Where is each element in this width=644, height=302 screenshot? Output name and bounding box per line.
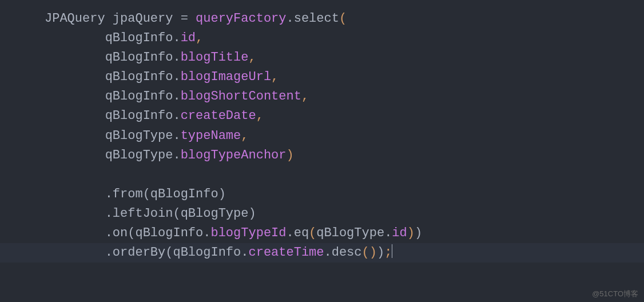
close-paren: ) (218, 187, 226, 201)
object-ref: qBlogInfo (105, 109, 173, 123)
object-ref: queryFactory (196, 11, 286, 26)
object-ref: qBlogInfo (105, 89, 173, 104)
dot: . (173, 109, 180, 123)
property: blogTitle (181, 50, 249, 65)
dot: . (203, 226, 210, 240)
open-paren: ( (339, 11, 347, 26)
property: createTime (248, 245, 324, 260)
method-call: orderBy (113, 245, 165, 260)
object-ref: qBlogType (105, 148, 173, 162)
code-line: .from(qBlogInfo) (45, 187, 226, 201)
code-line: .on(qBlogInfo.blogTypeId.eq(qBlogType.id… (45, 226, 422, 240)
code-line: .leftJoin(qBlogType) (45, 206, 256, 221)
code-editor[interactable]: JPAQuery jpaQuery = queryFactory.select(… (0, 9, 644, 263)
dot: . (384, 226, 392, 240)
comma: , (256, 109, 264, 123)
comma: , (248, 50, 256, 65)
open-paren: ( (165, 245, 173, 260)
object-ref: qBlogInfo (105, 31, 173, 45)
property: blogTypeAnchor (181, 148, 287, 162)
close-paren: ) (377, 245, 384, 260)
close-paren: ) (248, 206, 256, 221)
argument: qBlogType (181, 206, 249, 221)
code-line: qBlogType.typeName, (45, 129, 248, 143)
object-ref: qBlogInfo (135, 226, 203, 240)
argument: qBlogInfo (150, 187, 218, 201)
code-line-current: .orderBy(qBlogInfo.createTime.desc()); (0, 243, 644, 263)
watermark-text: @51CTO博客 (592, 288, 638, 300)
dot: . (287, 226, 294, 240)
text-cursor (392, 244, 392, 258)
property: blogShortContent (181, 89, 301, 104)
method-call: select (294, 11, 339, 26)
object-ref: qBlogType (105, 129, 173, 143)
comma: , (301, 89, 309, 104)
dot: . (173, 129, 180, 143)
dot: . (287, 11, 294, 26)
open-paren: ( (173, 206, 180, 221)
close-paren: ) (407, 226, 415, 240)
property: createDate (181, 109, 256, 123)
method-call: leftJoin (113, 206, 173, 221)
code-line: qBlogInfo.createDate, (45, 109, 264, 123)
property: blogImageUrl (181, 70, 271, 84)
property: id (181, 31, 196, 45)
close-paren: ) (369, 245, 377, 260)
dot: . (105, 206, 113, 221)
semicolon: ; (384, 245, 392, 260)
dot: . (324, 245, 332, 260)
variable-name: jpaQuery (113, 11, 173, 26)
type-identifier: JPAQuery (45, 11, 105, 26)
close-paren: ) (287, 148, 294, 162)
code-line: qBlogInfo.blogImageUrl, (45, 70, 279, 84)
method-call: from (113, 187, 143, 201)
method-call: on (113, 226, 128, 240)
open-paren: ( (309, 226, 316, 240)
code-line: qBlogType.blogTypeAnchor) (45, 148, 294, 162)
code-line: qBlogInfo.blogShortContent, (45, 89, 309, 104)
method-call: eq (294, 226, 309, 240)
dot: . (173, 31, 180, 45)
object-ref: qBlogType (316, 226, 384, 240)
comma: , (241, 129, 248, 143)
comma: , (271, 70, 279, 84)
open-paren: ( (362, 245, 369, 260)
property: id (392, 226, 407, 240)
dot: . (105, 245, 113, 260)
object-ref: qBlogInfo (105, 50, 173, 65)
code-line: qBlogInfo.blogTitle, (45, 50, 256, 65)
open-paren: ( (143, 187, 150, 201)
dot: . (173, 50, 180, 65)
object-ref: qBlogInfo (173, 245, 241, 260)
dot: . (173, 70, 180, 84)
method-call: desc (332, 245, 362, 260)
object-ref: qBlogInfo (105, 70, 173, 84)
property: blogTypeId (210, 226, 286, 240)
assignment-operator: = (173, 11, 196, 26)
comma: , (196, 31, 203, 45)
close-paren: ) (415, 226, 422, 240)
dot: . (241, 245, 248, 260)
dot: . (105, 226, 113, 240)
property: typeName (181, 129, 241, 143)
dot: . (173, 148, 180, 162)
code-line: JPAQuery jpaQuery = queryFactory.select( (45, 11, 347, 26)
code-line: qBlogInfo.id, (45, 31, 203, 45)
open-paren: ( (128, 226, 135, 240)
dot: . (173, 89, 180, 104)
dot: . (105, 187, 113, 201)
